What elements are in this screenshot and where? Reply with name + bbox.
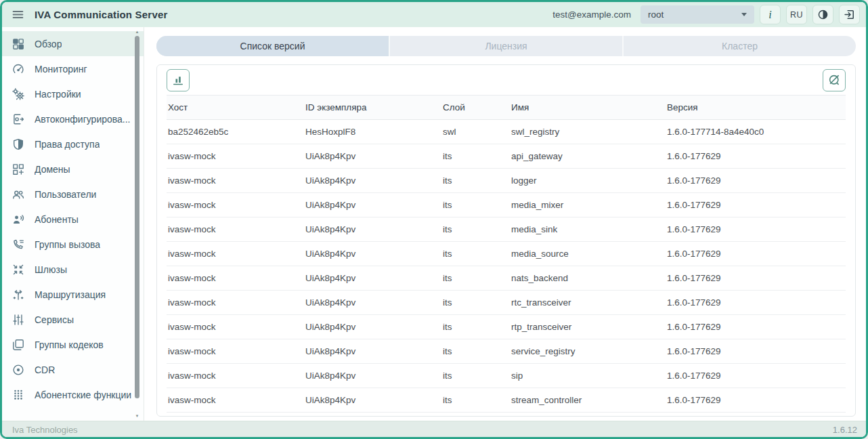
table-row[interactable]: ivasw-mockUiAk8p4Kpvitsnats_backend1.6.0… bbox=[167, 266, 846, 291]
chart-view-button[interactable] bbox=[167, 69, 190, 91]
autoconfig-icon bbox=[12, 112, 24, 125]
table-row[interactable]: ivasw-mockUiAk8p4Kpvitsrtc_transceiver1.… bbox=[167, 291, 846, 315]
phone-list-icon bbox=[12, 238, 24, 251]
table-cell: ivasw-mock bbox=[167, 364, 304, 388]
table-row[interactable]: ivasw-mockUiAk8p4Kpvitsmedia_source1.6.0… bbox=[167, 242, 846, 266]
sidebar-item-label: Обзор bbox=[35, 39, 62, 49]
chevron-down-icon bbox=[741, 13, 747, 16]
scroll-up-icon[interactable]: ▲ bbox=[134, 29, 140, 35]
menu-toggle-button[interactable] bbox=[7, 5, 28, 25]
route-icon bbox=[12, 288, 24, 301]
info-icon: i bbox=[768, 9, 771, 20]
sidebar-item-label: Пользователи bbox=[35, 189, 96, 200]
tab-versions-list[interactable]: Список версий bbox=[156, 36, 390, 56]
table-cell: 1.6.0-177629 bbox=[666, 217, 846, 242]
content-area: Список версийЛицензияКластер ХостID экзе… bbox=[144, 27, 866, 421]
sidebar-item-label: Права доступа bbox=[35, 139, 100, 150]
table-cell: its bbox=[441, 193, 510, 217]
column-header[interactable]: Имя bbox=[510, 96, 666, 120]
info-button[interactable]: i bbox=[760, 5, 781, 24]
table-cell: its bbox=[441, 266, 510, 291]
table-cell: UiAk8p4Kpv bbox=[304, 144, 441, 169]
panel-toolbar bbox=[167, 65, 846, 95]
table-row[interactable]: ivasw-mockUiAk8p4Kpvitsmedia_sink1.6.0-1… bbox=[167, 217, 846, 242]
clear-filter-button[interactable] bbox=[823, 69, 846, 91]
sidebar-scrollbar-thumb[interactable] bbox=[135, 36, 139, 398]
table-header-row: ХостID экземпляраСлойИмяВерсия bbox=[167, 96, 846, 120]
theme-toggle-button[interactable] bbox=[812, 5, 833, 24]
table-cell: ivasw-mock bbox=[167, 388, 304, 413]
table-cell: swl_registry bbox=[510, 120, 666, 144]
sidebar-item-call-groups[interactable]: Группы вызова bbox=[2, 232, 144, 257]
table-cell: media_sink bbox=[510, 217, 666, 242]
role-select[interactable]: root bbox=[641, 5, 754, 24]
compress-icon bbox=[12, 263, 24, 276]
table-cell: 1.6.0-177629 bbox=[666, 339, 846, 364]
sidebar-item-domains[interactable]: Домены bbox=[2, 156, 144, 182]
table-cell: UiAk8p4Kpv bbox=[304, 242, 441, 266]
versions-panel: ХостID экземпляраСлойИмяВерсия ba252462e… bbox=[156, 64, 856, 417]
sidebar-item-subscribers[interactable]: Абоненты bbox=[2, 207, 144, 232]
table-cell: 1.6.0-177629 bbox=[666, 144, 846, 169]
tab-bar: Список версийЛицензияКластер bbox=[156, 36, 856, 56]
versions-table: ХостID экземпляраСлойИмяВерсия ba252462e… bbox=[167, 95, 846, 413]
table-row[interactable]: ivasw-mockUiAk8p4Kpvitsmedia_mixer1.6.0-… bbox=[167, 193, 846, 217]
sidebar-item-users[interactable]: Пользователи bbox=[2, 182, 144, 207]
domain-add-icon bbox=[12, 163, 24, 175]
language-button[interactable]: RU bbox=[786, 5, 807, 24]
table-cell: its bbox=[441, 315, 510, 339]
sidebar-item-codec-groups[interactable]: Группы кодеков bbox=[2, 332, 144, 357]
sidebar-item-subscriber-functions[interactable]: Абонентские функции bbox=[2, 382, 144, 407]
table-cell: ivasw-mock bbox=[167, 339, 304, 364]
table-row[interactable]: ivasw-mockUiAk8p4Kpvitssip1.6.0-177629 bbox=[167, 364, 846, 388]
sidebar-item-gateways[interactable]: Шлюзы bbox=[2, 257, 144, 282]
scroll-down-icon[interactable]: ▼ bbox=[134, 413, 140, 419]
app-window: IVA Communication Server test@example.co… bbox=[0, 0, 868, 439]
sidebar-item-autoconfiguration[interactable]: Автоконфигурирова... bbox=[2, 106, 144, 131]
table-cell: ivasw-mock bbox=[167, 144, 304, 169]
logout-button[interactable] bbox=[839, 5, 860, 24]
table-cell: ivasw-mock bbox=[167, 266, 304, 291]
sliders-icon bbox=[12, 313, 24, 326]
sidebar-item-routing[interactable]: Маршрутизация bbox=[2, 282, 144, 307]
voice-person-icon bbox=[12, 213, 24, 226]
table-cell: 1.6.0-177714-8a4e40c0 bbox=[666, 120, 846, 144]
sidebar-item-settings[interactable]: Настройки bbox=[2, 81, 144, 106]
column-header[interactable]: Версия bbox=[666, 96, 846, 120]
sidebar-item-overview[interactable]: Обзор bbox=[2, 31, 144, 56]
table-cell: UiAk8p4Kpv bbox=[304, 364, 441, 388]
table-body: ba252462eb5cHesHoxplF8swlswl_registry1.6… bbox=[167, 120, 846, 413]
sidebar-item-services[interactable]: Сервисы bbox=[2, 307, 144, 332]
table-cell: ivasw-mock bbox=[167, 169, 304, 193]
table-row[interactable]: ivasw-mockUiAk8p4Kpvitsservice_registry1… bbox=[167, 339, 846, 364]
table-cell: UiAk8p4Kpv bbox=[304, 291, 441, 315]
table-cell: sip bbox=[510, 364, 666, 388]
table-cell: its bbox=[441, 291, 510, 315]
sidebar-scrollbar[interactable]: ▲ ▼ bbox=[134, 29, 140, 419]
sidebar-item-cdr[interactable]: CDR bbox=[2, 357, 144, 382]
table-row[interactable]: ivasw-mockUiAk8p4Kpvitsstream_controller… bbox=[167, 388, 846, 413]
table-row[interactable]: ivasw-mockUiAk8p4Kpvitsrtp_transceiver1.… bbox=[167, 315, 846, 339]
sidebar-item-monitoring[interactable]: Мониторинг bbox=[2, 56, 144, 81]
table-cell: media_source bbox=[510, 242, 666, 266]
table-cell: 1.6.0-177629 bbox=[666, 266, 846, 291]
column-header[interactable]: Хост bbox=[167, 96, 304, 120]
table-cell: ivasw-mock bbox=[167, 291, 304, 315]
dashboard-icon bbox=[12, 37, 24, 50]
table-row[interactable]: ivasw-mockUiAk8p4Kpvitsapi_gateway1.6.0-… bbox=[167, 144, 846, 169]
tab-cluster[interactable]: Кластер bbox=[624, 36, 856, 56]
table-cell: UiAk8p4Kpv bbox=[304, 315, 441, 339]
sidebar-item-label: Автоконфигурирова... bbox=[35, 114, 131, 125]
table-cell: HesHoxplF8 bbox=[304, 120, 441, 144]
footer: Iva Technologies 1.6.12 bbox=[2, 421, 866, 438]
table-cell: its bbox=[441, 169, 510, 193]
table-row[interactable]: ivasw-mockUiAk8p4Kpvitslogger1.6.0-17762… bbox=[167, 169, 846, 193]
column-header[interactable]: Слой bbox=[441, 96, 510, 120]
sidebar-item-access-rights[interactable]: Права доступа bbox=[2, 131, 144, 156]
contrast-icon bbox=[817, 9, 829, 20]
sidebar-item-label: Шлюзы bbox=[35, 264, 67, 275]
column-header[interactable]: ID экземпляра bbox=[304, 96, 441, 120]
table-row[interactable]: ba252462eb5cHesHoxplF8swlswl_registry1.6… bbox=[167, 120, 846, 144]
tab-license[interactable]: Лицензия bbox=[390, 36, 624, 56]
table-cell: 1.6.0-177629 bbox=[666, 364, 846, 388]
